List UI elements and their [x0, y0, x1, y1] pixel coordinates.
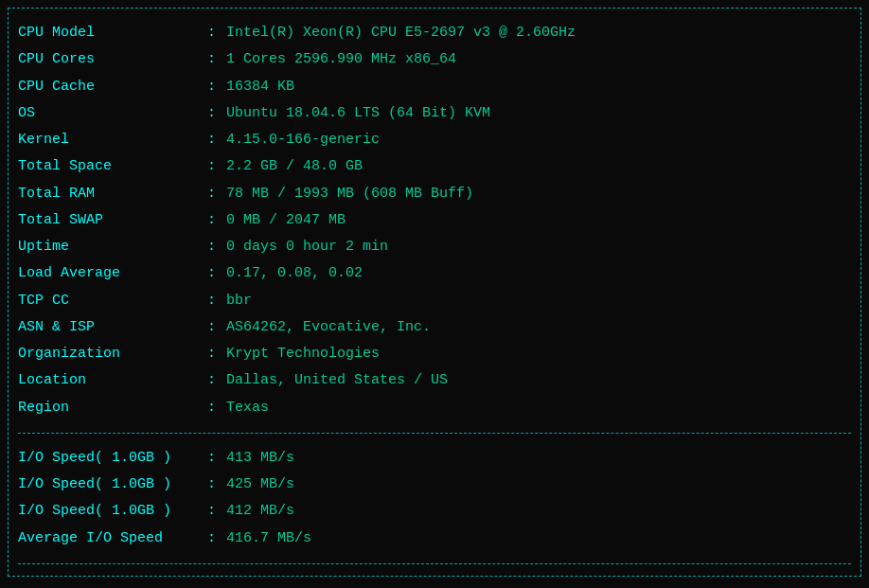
row-label: Location	[18, 368, 207, 393]
row-value: 2.2 GB / 48.0 GB	[226, 154, 363, 179]
row-separator: :	[207, 154, 226, 179]
row-separator: :	[207, 75, 226, 99]
row-value: Texas	[226, 396, 269, 420]
row-separator: :	[207, 472, 226, 497]
row-value: 425 MB/s	[226, 472, 294, 497]
row-separator: :	[207, 128, 226, 152]
main-container: CPU Model : Intel(R) Xeon(R) CPU E5-2697…	[8, 8, 861, 577]
table-row: CPU Cores : 1 Cores 2596.990 MHz x86_64	[18, 46, 851, 73]
row-label: I/O Speed( 1.0GB )	[18, 446, 207, 471]
table-row: ASN & ISP : AS64262, Evocative, Inc.	[18, 314, 851, 341]
table-row: Kernel : 4.15.0-166-generic	[18, 127, 851, 153]
row-label: OS	[18, 101, 207, 126]
row-label: Total Space	[18, 154, 207, 179]
table-row: CPU Model : Intel(R) Xeon(R) CPU E5-2697…	[18, 20, 851, 46]
row-value: 1 Cores 2596.990 MHz x86_64	[226, 47, 456, 72]
table-row: Total SWAP : 0 MB / 2047 MB	[18, 207, 851, 234]
row-value: 16384 KB	[226, 75, 294, 99]
table-row: CPU Cache : 16384 KB	[18, 74, 851, 100]
row-label: CPU Cores	[18, 47, 207, 72]
table-row: Total RAM : 78 MB / 1993 MB (608 MB Buff…	[18, 181, 851, 207]
row-separator: :	[207, 396, 226, 420]
row-separator: :	[207, 47, 226, 72]
system-info-section: CPU Model : Intel(R) Xeon(R) CPU E5-2697…	[18, 14, 851, 427]
row-value: 416.7 MB/s	[226, 526, 311, 551]
row-value: 78 MB / 1993 MB (608 MB Buff)	[226, 182, 473, 206]
row-separator: :	[207, 182, 226, 206]
row-label: TCP CC	[18, 289, 207, 313]
row-value: 412 MB/s	[226, 499, 294, 524]
row-separator: :	[207, 315, 226, 340]
table-row: Region : Texas	[18, 395, 851, 421]
row-value: Ubuntu 18.04.6 LTS (64 Bit) KVM	[226, 101, 490, 126]
row-value: Dallas, United States / US	[226, 368, 448, 393]
row-label: CPU Model	[18, 21, 207, 45]
row-value: Intel(R) Xeon(R) CPU E5-2697 v3 @ 2.60GH…	[226, 21, 576, 45]
table-row: I/O Speed( 1.0GB ) : 425 MB/s	[18, 472, 851, 498]
row-value: 4.15.0-166-generic	[226, 128, 380, 152]
row-separator: :	[207, 289, 226, 313]
row-separator: :	[207, 446, 226, 471]
row-value: 0.17, 0.08, 0.02	[226, 261, 363, 286]
table-row: I/O Speed( 1.0GB ) : 413 MB/s	[18, 445, 851, 472]
section-divider	[18, 433, 851, 434]
table-row: TCP CC : bbr	[18, 288, 851, 314]
bottom-divider	[18, 563, 851, 564]
row-label: Total SWAP	[18, 208, 207, 233]
table-row: OS : Ubuntu 18.04.6 LTS (64 Bit) KVM	[18, 100, 851, 127]
io-speed-section: I/O Speed( 1.0GB ) : 413 MB/sI/O Speed( …	[18, 439, 851, 558]
row-separator: :	[207, 235, 226, 259]
row-separator: :	[207, 499, 226, 524]
table-row: Location : Dallas, United States / US	[18, 367, 851, 394]
row-label: Kernel	[18, 128, 207, 152]
row-separator: :	[207, 368, 226, 393]
row-value: Krypt Technologies	[226, 342, 380, 366]
row-label: I/O Speed( 1.0GB )	[18, 472, 207, 497]
table-row: Organization : Krypt Technologies	[18, 341, 851, 367]
row-label: Uptime	[18, 235, 207, 259]
row-value: AS64262, Evocative, Inc.	[226, 315, 431, 340]
row-label: Total RAM	[18, 182, 207, 206]
row-separator: :	[207, 21, 226, 45]
table-row: Load Average : 0.17, 0.08, 0.02	[18, 260, 851, 287]
table-row: I/O Speed( 1.0GB ) : 412 MB/s	[18, 498, 851, 525]
row-label: Region	[18, 396, 207, 420]
row-value: bbr	[226, 289, 252, 313]
table-row: Total Space : 2.2 GB / 48.0 GB	[18, 153, 851, 180]
row-value: 0 MB / 2047 MB	[226, 208, 346, 233]
row-separator: :	[207, 342, 226, 366]
row-label: CPU Cache	[18, 75, 207, 99]
row-label: ASN & ISP	[18, 315, 207, 340]
row-separator: :	[207, 208, 226, 233]
table-row: Average I/O Speed : 416.7 MB/s	[18, 526, 851, 552]
row-label: Load Average	[18, 261, 207, 286]
table-row: Uptime : 0 days 0 hour 2 min	[18, 234, 851, 260]
row-label: I/O Speed( 1.0GB )	[18, 499, 207, 524]
row-value: 0 days 0 hour 2 min	[226, 235, 388, 259]
row-label: Organization	[18, 342, 207, 366]
row-separator: :	[207, 261, 226, 286]
row-value: 413 MB/s	[226, 446, 294, 471]
row-separator: :	[207, 526, 226, 551]
row-separator: :	[207, 101, 226, 126]
row-label: Average I/O Speed	[18, 526, 207, 551]
